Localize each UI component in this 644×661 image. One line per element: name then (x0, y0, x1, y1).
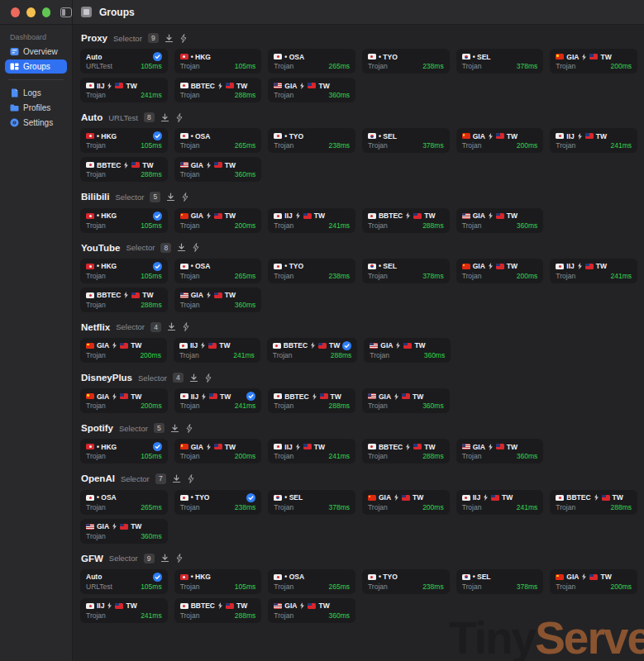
tw-flag-icon (496, 213, 504, 219)
proxy-card[interactable]: • SELTrojan378ms (362, 259, 450, 283)
proxy-card[interactable]: GIATWTrojan360ms (362, 388, 450, 413)
proxy-card[interactable]: BBTECTWTrojan288ms (362, 208, 450, 233)
proxy-card[interactable]: IIJTWTrojan241ms (174, 388, 262, 413)
group-collapse-button[interactable] (177, 243, 186, 252)
group-speedtest-button[interactable] (204, 373, 212, 383)
proxy-card[interactable]: IIJTWTrojan241ms (80, 598, 168, 623)
proxy-card[interactable]: GIATWTrojan360ms (174, 288, 262, 312)
proxy-name: Auto (86, 573, 102, 581)
proxy-card[interactable]: GIATWTrojan200ms (550, 569, 637, 594)
proxy-card[interactable]: • HKGTrojan105ms (174, 49, 262, 74)
group-collapse-button[interactable] (167, 322, 176, 331)
proxy-card[interactable]: • TYOTrojan238ms (362, 49, 450, 74)
proxy-card-title-row: • OSA (274, 52, 350, 61)
proxy-card[interactable]: AutoURLTest105ms (80, 569, 168, 594)
proxy-card[interactable]: • TYOTrojan238ms (362, 569, 450, 594)
group-collapse-button[interactable] (166, 193, 175, 202)
sidebar-item-logs[interactable]: Logs (5, 86, 67, 100)
proxy-card[interactable]: • TYOTrojan238ms (268, 259, 355, 283)
group-speedtest-button[interactable] (187, 474, 195, 483)
proxy-latency: 360ms (328, 91, 350, 99)
proxy-card-title-row: BBTECTW (273, 341, 352, 350)
proxy-card[interactable]: BBTECTWTrojan288ms (268, 388, 355, 413)
proxy-card[interactable]: • TYOTrojan238ms (174, 490, 262, 515)
proxy-card[interactable]: GIATWTrojan200ms (174, 208, 262, 233)
sidebar-toggle-icon[interactable] (60, 7, 72, 17)
proxy-card[interactable]: BBTECTWTrojan288ms (362, 439, 450, 464)
proxy-card[interactable]: BBTECTWTrojan288ms (174, 78, 262, 102)
jp-flag-icon (86, 83, 94, 88)
proxy-card[interactable]: GIATWTrojan360ms (268, 598, 355, 623)
proxy-card-title-row: GIATW (368, 392, 444, 401)
proxy-card[interactable]: • HKGTrojan105ms (80, 208, 168, 233)
group-speedtest-button[interactable] (181, 193, 189, 202)
proxy-card[interactable]: IIJTWTrojan241ms (268, 439, 355, 464)
proxy-card[interactable]: GIATWTrojan200ms (456, 259, 544, 283)
group-speedtest-button[interactable] (192, 243, 200, 252)
group-speedtest-button[interactable] (179, 34, 188, 43)
proxy-card[interactable]: IIJTWTrojan241ms (174, 338, 260, 363)
proxy-card[interactable]: BBTECTWTrojan288ms (80, 157, 168, 182)
proxy-card[interactable]: • OSATrojan265ms (174, 128, 262, 153)
proxy-card[interactable]: • OSATrojan265ms (80, 490, 168, 515)
proxy-card[interactable]: • TYOTrojan238ms (268, 128, 355, 153)
proxy-card[interactable]: BBTECTWTrojan288ms (550, 490, 637, 515)
group-collapse-button[interactable] (165, 34, 174, 43)
proxy-card[interactable]: GIATWTrojan200ms (550, 49, 637, 74)
group-collapse-button[interactable] (160, 554, 169, 563)
proxy-card[interactable]: GIATWTrojan200ms (362, 490, 450, 515)
proxy-latency: 360ms (424, 351, 446, 359)
proxy-card[interactable]: IIJTWTrojan241ms (80, 78, 168, 102)
group-speedtest-button[interactable] (175, 113, 184, 122)
proxy-card[interactable]: • SELTrojan378ms (362, 128, 450, 153)
group-collapse-button[interactable] (172, 474, 181, 483)
group-speedtest-button[interactable] (175, 554, 184, 563)
proxy-card[interactable]: GIATWTrojan360ms (268, 78, 355, 102)
proxy-card[interactable]: GIATWTrojan360ms (456, 439, 544, 464)
proxy-card[interactable]: • SELTrojan378ms (268, 490, 355, 515)
proxy-card[interactable]: BBTECTWTrojan288ms (174, 598, 262, 623)
proxy-card[interactable]: IIJTWTrojan241ms (268, 208, 355, 233)
proxy-card[interactable]: BBTECTWTrojan288ms (80, 288, 168, 312)
proxy-card[interactable]: • OSATrojan265ms (268, 569, 355, 594)
close-button[interactable] (11, 7, 20, 17)
proxy-card[interactable]: • HKGTrojan105ms (80, 439, 168, 464)
proxy-card[interactable]: IIJTWTrojan241ms (550, 128, 637, 153)
proxy-card[interactable]: GIATWTrojan200ms (80, 338, 167, 363)
proxy-card[interactable]: GIATWTrojan360ms (364, 338, 451, 363)
proxy-card[interactable]: GIATWTrojan360ms (174, 157, 262, 182)
proxy-card[interactable]: • SELTrojan378ms (456, 49, 544, 74)
proxy-card[interactable]: GIATWTrojan200ms (174, 439, 262, 464)
group-speedtest-button[interactable] (185, 424, 193, 433)
proxy-card[interactable]: • HKGTrojan105ms (80, 128, 168, 153)
proxy-card[interactable]: BBTECTWTrojan288ms (267, 338, 358, 363)
proxy-card[interactable]: GIATWTrojan200ms (80, 388, 168, 413)
relay-bolt-glyph (107, 602, 112, 609)
proxy-type: Trojan (462, 62, 482, 70)
group-collapse-button[interactable] (160, 113, 169, 122)
proxy-card[interactable]: • OSATrojan265ms (268, 49, 355, 74)
proxy-card[interactable]: GIATWTrojan360ms (80, 519, 168, 544)
sidebar-item-settings[interactable]: Settings (5, 116, 67, 130)
proxy-card[interactable]: IIJTWTrojan241ms (550, 259, 637, 283)
logs-icon (10, 88, 19, 97)
sidebar-item-groups[interactable]: Groups (5, 59, 67, 74)
proxy-card[interactable]: AutoURLTest105ms (80, 49, 168, 74)
group-collapse-button[interactable] (189, 373, 198, 383)
proxy-card[interactable]: GIATWTrojan200ms (456, 128, 544, 153)
proxy-card[interactable]: IIJTWTrojan241ms (456, 490, 544, 515)
proxy-card[interactable]: • OSATrojan265ms (174, 259, 262, 283)
jp-flag-icon (180, 133, 188, 139)
proxy-card[interactable]: • HKGTrojan105ms (174, 569, 262, 594)
proxy-card[interactable]: • HKGTrojan105ms (80, 259, 168, 283)
proxy-card[interactable]: GIATWTrojan360ms (456, 208, 544, 233)
group-collapse-button[interactable] (170, 424, 179, 433)
proxy-latency: 265ms (235, 141, 256, 150)
sidebar-item-overview[interactable]: Overview (5, 45, 67, 59)
group-speedtest-button[interactable] (182, 322, 190, 331)
minimize-button[interactable] (26, 7, 36, 17)
proxy-card-title-row: • SEL (368, 131, 444, 140)
proxy-card[interactable]: • SELTrojan378ms (456, 569, 544, 594)
sidebar-item-profiles[interactable]: Profiles (5, 101, 67, 115)
zoom-button[interactable] (42, 7, 51, 17)
